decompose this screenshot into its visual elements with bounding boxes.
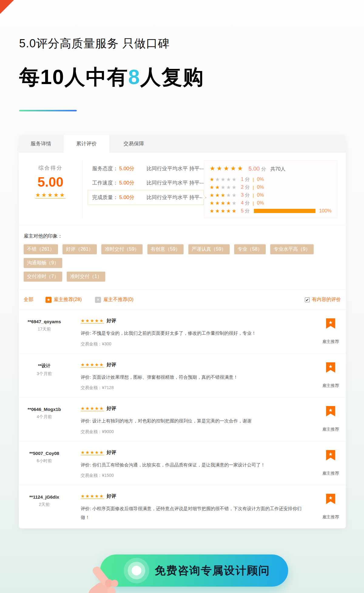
impression-tag[interactable]: 沟通顺畅（9） <box>24 258 62 268</box>
tab-service-detail[interactable]: 服务详情 <box>19 135 63 152</box>
metric-score: 5.00分 <box>119 179 134 186</box>
reviewer-name: **0646_Mogx1b <box>19 407 70 412</box>
metric-note: 比同行业平均水平 持平---- <box>147 179 206 186</box>
metric-score: 5.00分 <box>119 165 134 172</box>
stars-filled: ★★★★ <box>210 200 232 206</box>
stars-filled: ★★★ <box>210 192 226 198</box>
metric-score: 5.00分 <box>119 194 134 201</box>
review-time: 17天前 <box>19 327 70 332</box>
review-stars: ★★★★★ <box>81 318 104 323</box>
filter-employer-recommend[interactable]: ★ 雇主推荐(28) <box>46 296 82 303</box>
review-text: 评价: 小程序页面修改后领导很满意，还特意点评说是对细节把握的很不错，下次有设计… <box>81 504 306 522</box>
hand-cursor-icon <box>72 559 136 593</box>
row-unit: 分 <box>245 208 250 214</box>
review-rating-label: 好评 <box>106 406 116 411</box>
impression-tag[interactable]: 准时交付（59） <box>101 244 143 254</box>
impression-tag[interactable]: 专业（58） <box>234 244 266 254</box>
row-unit: 分 <box>245 184 250 191</box>
bookmark-icon: ★ <box>326 406 335 419</box>
review-time: 2天前 <box>19 502 70 507</box>
impression-tags: 不错（261） 好评（261） 准时交付（59） 有创意（59） 严谨认真（59… <box>24 244 341 285</box>
hero-title: 每10人中有8人复购 <box>19 63 364 91</box>
reviewer-name: **1124_jG6dix <box>19 494 70 500</box>
row-score: 1 <box>241 177 244 182</box>
reviewer-name: **6947_qoyams <box>19 319 70 324</box>
impression-tag[interactable]: 好评（261） <box>62 244 97 254</box>
review-time: 3个月前 <box>19 371 70 377</box>
reviewer-name: **5007_Coy08 <box>19 451 70 456</box>
distribution-header: ★★★★★ 5.00 分 共70人 <box>210 165 332 172</box>
metric-label: 完成质量： <box>92 194 118 201</box>
header-stars: ★★★★★ <box>210 165 244 172</box>
employer-recommend-badge: 雇主推荐 <box>315 471 346 476</box>
review-text: 评价: 你们员工有经验会沟通，比较实在，作品品质有保证，是让我满意的一家设计公司… <box>81 461 306 469</box>
row-score: 3 <box>241 192 244 198</box>
review-item: **0646_Mogx1b 4个月前 ★★★★★好评 评价: 设计上有独到的地方… <box>19 397 346 441</box>
svg-text:★: ★ <box>329 364 333 369</box>
transaction-amount: 交易金额：¥7128 <box>81 385 306 391</box>
impression-tag[interactable]: 专业水平高（9） <box>270 244 314 254</box>
employer-recommend-badge: 雇主推荐 <box>315 514 346 520</box>
distribution-row-1: ★★★★★ 1 分 | 0% <box>210 175 332 183</box>
metric-label: 工作速度： <box>92 179 118 186</box>
bookmark-icon: ★ <box>326 318 335 332</box>
stars-filled: ★★★★★ <box>210 208 237 214</box>
rating-summary: 综合得分 5.00 ★★★★★ 服务态度： 5.00分 比同行业平均水平 持平-… <box>19 152 346 225</box>
metric-service-attitude: 服务态度： 5.00分 比同行业平均水平 持平---- <box>92 161 204 176</box>
impressions-label: 雇主对他的印象： <box>24 233 341 239</box>
distribution-row-4: ★★★★★ 4 分 | 0% <box>210 199 332 207</box>
header-total-count: 共70人 <box>270 166 285 172</box>
hero-section: 5.0评分高质量服务 只做口碑 每10人中有8人复购 <box>0 0 364 111</box>
review-stars: ★★★★★ <box>81 450 104 455</box>
content-only-label[interactable]: 有内容的评价 <box>312 296 341 303</box>
distribution-row-2: ★★★★★ 2 分 | 0% <box>210 183 332 191</box>
employer-recommend-badge: 雇主推荐 <box>315 383 346 388</box>
metric-label: 服务态度： <box>92 165 118 172</box>
row-separator: | <box>253 177 254 182</box>
row-separator: | <box>253 185 254 190</box>
impression-tag[interactable]: 有创意（59） <box>147 244 184 254</box>
stars-empty: ★★★★ <box>215 176 237 183</box>
bookmark-icon: ★ <box>326 494 335 507</box>
review-stars: ★★★★★ <box>81 406 104 411</box>
filter-employer-not-recommend[interactable]: ✕ 雇主不推荐(0) <box>95 296 133 303</box>
review-text: 评价: 不愧是专业的，比我们之前的页面要好太多了，修改的工作量控制的很好，专业！ <box>81 329 306 338</box>
corner-ribbon <box>0 0 14 14</box>
review-item: **6947_qoyams 17天前 ★★★★★好评 评价: 不愧是专业的，比我… <box>19 310 346 354</box>
row-unit: 分 <box>245 200 250 206</box>
impression-tag[interactable]: 准时交付（1） <box>67 272 105 282</box>
employer-recommend-badge: 雇主推荐 <box>315 427 346 432</box>
filter-all[interactable]: 全部 <box>24 296 33 303</box>
content-only-checkbox[interactable]: ✔ <box>305 297 310 302</box>
overall-score-value: 5.00 <box>19 175 82 190</box>
review-rating-label: 好评 <box>106 450 116 455</box>
tab-transaction-guarantee[interactable]: 交易保障 <box>110 135 158 152</box>
metric-completion-quality: 完成质量： 5.00分 比同行业平均水平 持平---- <box>88 190 204 205</box>
review-stars: ★★★★★ <box>81 362 104 367</box>
reviews-card: 服务详情 累计评价 交易保障 综合得分 5.00 ★★★★★ 服务态度： 5.0… <box>19 135 346 528</box>
tab-cumulative-reviews[interactable]: 累计评价 <box>63 135 110 153</box>
impression-tag[interactable]: 交付准时（7） <box>24 272 62 282</box>
not-recommend-cross-icon: ✕ <box>95 297 101 303</box>
hero-title-prefix: 每10人中有 <box>19 65 128 88</box>
distribution-row-3: ★★★★★ 3 分 | 0% <box>210 191 332 199</box>
review-time: 6小时前 <box>19 458 70 464</box>
overall-score-label: 综合得分 <box>19 164 82 171</box>
svg-text:★: ★ <box>329 495 333 500</box>
impression-tag[interactable]: 不错（261） <box>24 244 58 254</box>
transaction-amount: 交易金额：¥9000 <box>81 429 306 435</box>
metric-work-speed: 工作速度： 5.00分 比同行业平均水平 持平---- <box>92 176 204 190</box>
impression-tag[interactable]: 严谨认真（59） <box>188 244 230 254</box>
impressions-section: 雇主对他的印象： 不错（261） 好评（261） 准时交付（59） 有创意（59… <box>19 225 346 290</box>
row-percent: 0% <box>257 177 264 182</box>
overall-score-block: 综合得分 5.00 ★★★★★ <box>19 160 83 218</box>
tab-bar: 服务详情 累计评价 交易保障 <box>19 135 346 152</box>
metric-note: 比同行业平均水平 持平---- <box>147 165 206 172</box>
consult-cta-button[interactable]: 免费咨询专属设计顾问 <box>100 554 288 587</box>
hero-subtitle: 5.0评分高质量服务 只做口碑 <box>19 36 364 51</box>
row-score: 2 <box>241 185 244 190</box>
distribution-row-5: ★★★★★ 5 分 100% <box>210 207 332 215</box>
review-rating-label: 好评 <box>106 362 116 367</box>
row-score: 5 <box>241 208 244 214</box>
metric-note: 比同行业平均水平 持平---- <box>147 194 206 201</box>
